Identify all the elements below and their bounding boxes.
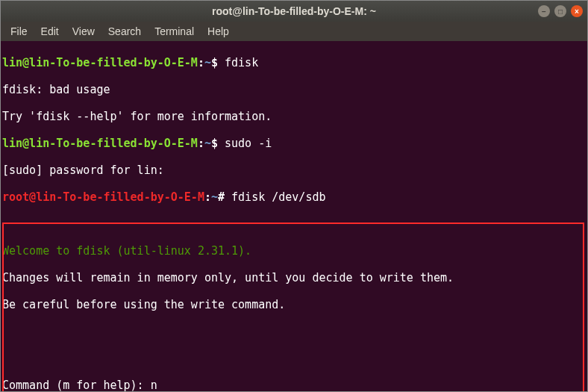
command-text: sudo -i [225,137,272,150]
prompt-user: lin@lin-To-be-filled-by-O-E-M [2,137,198,150]
menu-file[interactable]: File [4,23,34,40]
terminal-line [2,352,586,365]
terminal-line: lin@lin-To-be-filled-by-O-E-M:~$ sudo -i [2,137,586,150]
maximize-button[interactable]: □ [554,5,566,17]
terminal-line: lin@lin-To-be-filled-by-O-E-M:~$ fdisk [2,56,586,69]
command-text: fdisk [225,56,258,69]
titlebar[interactable]: root@lin-To-be-filled-by-O-E-M: ~ − □ × [1,1,587,22]
prompt-path: ~ [204,56,211,69]
menu-search[interactable]: Search [101,23,148,40]
terminal-line: Changes will remain in memory only, unti… [2,271,586,284]
close-icon: × [575,7,579,16]
terminal-line [2,325,586,338]
terminal-window: root@lin-To-be-filled-by-O-E-M: ~ − □ × … [0,0,588,392]
minimize-button[interactable]: − [538,5,550,17]
terminal-line: [sudo] password for lin: [2,164,586,177]
minimize-icon: − [542,7,546,16]
prompt-symbol: $ [211,56,225,69]
prompt-user: lin@lin-To-be-filled-by-O-E-M [2,56,198,69]
prompt-colon: : [204,190,211,204]
terminal-line: Command (m for help): n [2,379,586,391]
terminal-line [2,217,586,231]
terminal-line-welcome: Welcome to fdisk (util-linux 2.31.1). [2,244,586,258]
terminal-line: root@lin-To-be-filled-by-O-E-M:~# fdisk … [2,190,586,204]
menubar: File Edit View Search Terminal Help [1,22,587,41]
prompt-colon: : [198,137,204,150]
close-button[interactable]: × [571,5,583,17]
terminal-line: fdisk: bad usage [2,83,586,96]
prompt-symbol: $ [211,137,225,150]
menu-terminal[interactable]: Terminal [148,23,201,40]
prompt-symbol: # [218,190,231,204]
terminal-body[interactable]: lin@lin-To-be-filled-by-O-E-M:~$ fdisk f… [1,41,587,391]
prompt-path: ~ [211,190,218,204]
prompt-root: root@lin-To-be-filled-by-O-E-M [2,190,204,204]
terminal-line: Be careful before using the write comman… [2,298,586,311]
prompt-path: ~ [204,137,211,150]
menu-view[interactable]: View [66,23,101,40]
menu-help[interactable]: Help [201,23,236,40]
window-title: root@lin-To-be-filled-by-O-E-M: ~ [212,5,376,17]
window-controls: − □ × [538,5,583,17]
command-text: fdisk /dev/sdb [231,190,325,204]
terminal-line: Try 'fdisk --help' for more information. [2,110,586,123]
menu-edit[interactable]: Edit [34,23,66,40]
prompt-colon: : [198,56,204,69]
maximize-icon: □ [558,7,563,16]
